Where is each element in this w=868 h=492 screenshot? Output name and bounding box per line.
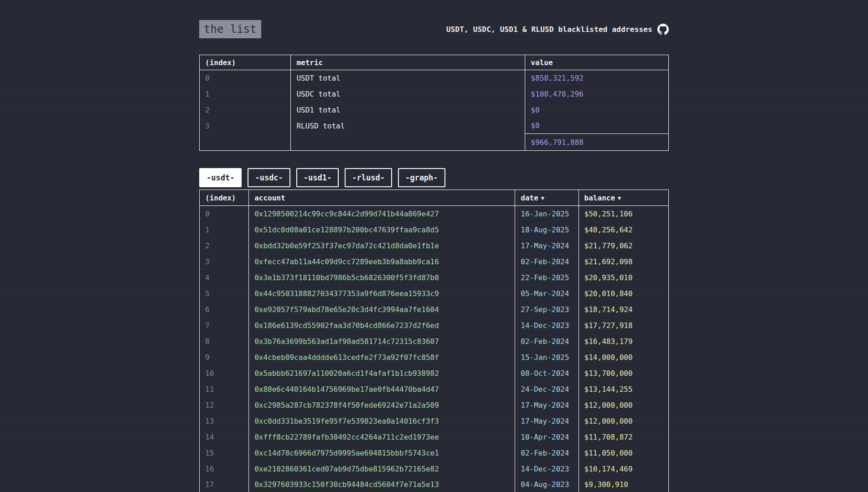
summary-cell-value: $108,470,296 bbox=[525, 86, 669, 102]
cell-balance: $17,727,918 bbox=[579, 318, 668, 333]
cell-index: 9 bbox=[200, 349, 249, 365]
cell-balance: $40,256,642 bbox=[579, 222, 668, 238]
cell-index: 2 bbox=[200, 238, 249, 254]
table-row: 6 0xe92057f579abd78e65e20c3d4fc3994aa7fe… bbox=[200, 302, 669, 318]
table-row: 2 0xbdd32b0e59f253f37ec97da72c421d8da0e1… bbox=[200, 238, 669, 254]
summary-cell-metric: USD1 total bbox=[291, 102, 525, 118]
summary-footer-empty-index bbox=[200, 134, 291, 151]
address-table-body: 0 0x1298500214c99cc9c844c2d99d741b44a869… bbox=[200, 206, 669, 492]
address-table: (index) account date▼ balance▼ 0 0x12985… bbox=[199, 190, 669, 492]
cell-date: 16-Jan-2025 bbox=[515, 206, 579, 222]
cell-account: 0x186e6139cd55902faa3d70b4cd866e7237d2f6… bbox=[249, 318, 515, 333]
summary-table: (index) metric value 0 USDT total $858,3… bbox=[199, 55, 669, 151]
summary-row: 1 USDC total $108,470,296 bbox=[200, 86, 669, 102]
summary-cell-metric: USDT total bbox=[291, 70, 525, 86]
header-right: USDT, USDC, USD1 & RLUSD blacklisted add… bbox=[446, 24, 669, 35]
cell-account: 0xc14d78c6966d7975d9995ae694815bbbf5743c… bbox=[249, 445, 515, 461]
cell-balance: $16,483,179 bbox=[579, 333, 668, 349]
cell-account: 0x3297603933c150f30cb94484cd5604f7e71a5e… bbox=[249, 477, 515, 492]
summary-cell-index: 0 bbox=[200, 70, 291, 86]
tab-usd1[interactable]: -usd1- bbox=[296, 168, 339, 187]
table-row: 15 0xc14d78c6966d7975d9995ae694815bbbf57… bbox=[200, 445, 669, 461]
cell-account: 0x5abbb621697a110020a6cd1f4afaf1b1cb9389… bbox=[249, 365, 515, 381]
page-title: the list bbox=[199, 20, 261, 38]
table-row: 14 0xfff8cb22789fafb30492cc4264a711c2ed1… bbox=[200, 429, 669, 445]
cell-date: 14-Dec-2023 bbox=[515, 318, 579, 333]
summary-col-value: value bbox=[525, 55, 669, 70]
table-row: 0 0x1298500214c99cc9c844c2d99d741b44a869… bbox=[200, 206, 669, 222]
cell-date: 17-May-2024 bbox=[515, 413, 579, 429]
cell-account: 0x3e1b373f18110bd7986b5cb6826300f5f3fd87… bbox=[249, 270, 515, 286]
cell-account: 0x44c9503188827034377353a9f6d876eea15933… bbox=[249, 286, 515, 302]
table-row: 4 0x3e1b373f18110bd7986b5cb6826300f5f3fd… bbox=[200, 270, 669, 286]
sort-descending-icon: ▼ bbox=[541, 195, 544, 201]
tab-usdt[interactable]: -usdt- bbox=[199, 168, 242, 187]
cell-index: 11 bbox=[200, 381, 249, 397]
summary-row: 3 RLUSD total $0 bbox=[200, 118, 669, 134]
cell-balance: $50,251,106 bbox=[579, 206, 668, 222]
address-col-index: (index) bbox=[200, 190, 249, 206]
table-row: 7 0x186e6139cd55902faa3d70b4cd866e7237d2… bbox=[200, 318, 669, 333]
cell-balance: $13,144,255 bbox=[579, 381, 668, 397]
summary-total-row: $966,791,888 bbox=[200, 134, 669, 151]
cell-balance: $21,779,062 bbox=[579, 238, 668, 254]
table-row: 8 0x3b76a3699b563ad1af98ad581714c72315c8… bbox=[200, 333, 669, 349]
tab-graph[interactable]: -graph- bbox=[398, 168, 445, 187]
cell-balance: $11,050,000 bbox=[579, 445, 668, 461]
cell-date: 08-Oct-2024 bbox=[515, 365, 579, 381]
table-row: 17 0x3297603933c150f30cb94484cd5604f7e71… bbox=[200, 477, 669, 492]
cell-index: 4 bbox=[200, 270, 249, 286]
summary-cell-metric: RLUSD total bbox=[291, 118, 525, 134]
cell-date: 10-Apr-2024 bbox=[515, 429, 579, 445]
cell-account: 0x4cbeb09caa4dddde613cedfe2f73a92f07fc85… bbox=[249, 349, 515, 365]
summary-col-index: (index) bbox=[200, 55, 291, 70]
cell-account: 0xe92057f579abd78e65e20c3d4fc3994aa7fe16… bbox=[249, 302, 515, 318]
table-row: 1 0x51dc0d08a01ce128897b200bc47639ffaa9c… bbox=[200, 222, 669, 238]
cell-balance: $11,708,872 bbox=[579, 429, 668, 445]
cell-date: 02-Feb-2024 bbox=[515, 445, 579, 461]
cell-index: 1 bbox=[200, 222, 249, 238]
table-row: 9 0x4cbeb09caa4dddde613cedfe2f73a92f07fc… bbox=[200, 349, 669, 365]
cell-balance: $12,000,000 bbox=[579, 397, 668, 413]
summary-cell-value: $858,321,592 bbox=[525, 70, 669, 86]
cell-index: 6 bbox=[200, 302, 249, 318]
page-subtitle: USDT, USDC, USD1 & RLUSD blacklisted add… bbox=[446, 25, 652, 34]
address-col-date-sort[interactable]: date▼ bbox=[515, 190, 579, 206]
cell-account: 0xfecc47ab11a44c09d9cc7289eeb3b9a8abb9ca… bbox=[249, 254, 515, 270]
summary-table-footer: $966,791,888 bbox=[200, 134, 669, 151]
summary-grand-total: $966,791,888 bbox=[525, 134, 669, 151]
tab-rlusd[interactable]: -rlusd- bbox=[345, 168, 392, 187]
summary-col-metric: metric bbox=[291, 55, 525, 70]
summary-cell-metric: USDC total bbox=[291, 86, 525, 102]
cell-index: 12 bbox=[200, 397, 249, 413]
cell-index: 16 bbox=[200, 461, 249, 477]
table-row: 5 0x44c9503188827034377353a9f6d876eea159… bbox=[200, 286, 669, 302]
cell-index: 14 bbox=[200, 429, 249, 445]
cell-account: 0xc0dd331be3519fe95f7e539823ea0a14016cf3… bbox=[249, 413, 515, 429]
cell-index: 15 bbox=[200, 445, 249, 461]
cell-balance: $20,010,840 bbox=[579, 286, 668, 302]
cell-index: 7 bbox=[200, 318, 249, 333]
address-table-header: (index) account date▼ balance▼ bbox=[200, 190, 669, 206]
cell-account: 0xc2985a287cb782378f4f50fede69242e71a2a5… bbox=[249, 397, 515, 413]
cell-date: 17-May-2024 bbox=[515, 397, 579, 413]
table-row: 11 0x88e6c440164b14756969be17ae0fb44470b… bbox=[200, 381, 669, 397]
summary-row: 0 USDT total $858,321,592 bbox=[200, 70, 669, 86]
cell-account: 0x1298500214c99cc9c844c2d99d741b44a869e4… bbox=[249, 206, 515, 222]
github-icon[interactable] bbox=[657, 24, 669, 35]
cell-date: 05-Mar-2024 bbox=[515, 286, 579, 302]
summary-cell-value: $0 bbox=[525, 118, 669, 134]
cell-account: 0xe2102860361ced07ab9d75dbe815962b72165e… bbox=[249, 461, 515, 477]
cell-date: 24-Dec-2024 bbox=[515, 381, 579, 397]
summary-cell-index: 1 bbox=[200, 86, 291, 102]
tab-bar: -usdt--usdc--usd1--rlusd--graph- bbox=[199, 168, 669, 187]
summary-cell-value: $0 bbox=[525, 102, 669, 118]
address-col-balance-sort[interactable]: balance▼ bbox=[579, 190, 668, 206]
tab-usdc[interactable]: -usdc- bbox=[248, 168, 290, 187]
cell-index: 13 bbox=[200, 413, 249, 429]
cell-account: 0x3b76a3699b563ad1af98ad581714c72315c836… bbox=[249, 333, 515, 349]
page-container: the list USDT, USDC, USD1 & RLUSD blackl… bbox=[199, 0, 669, 492]
cell-index: 5 bbox=[200, 286, 249, 302]
summary-cell-index: 3 bbox=[200, 118, 291, 134]
cell-date: 02-Feb-2024 bbox=[515, 333, 579, 349]
